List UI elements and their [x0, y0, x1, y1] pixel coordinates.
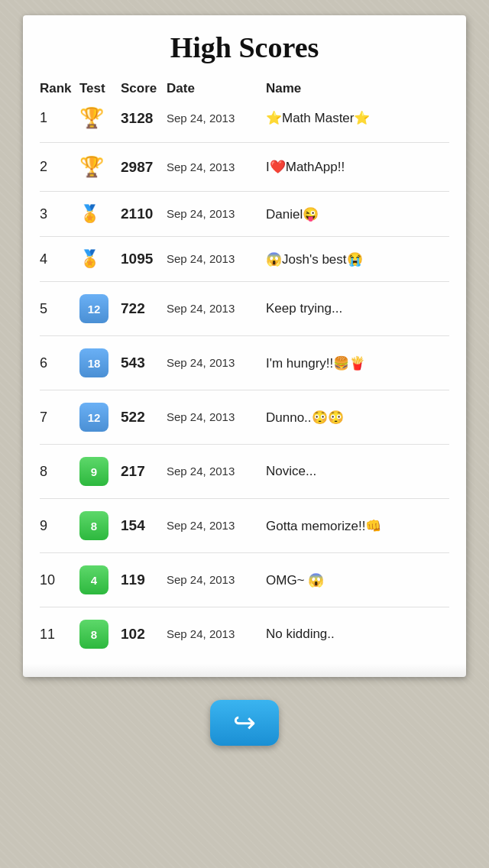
- back-btn-container: ↩: [0, 700, 489, 746]
- table-row: 104119Sep 24, 2013OMG~ 😱: [37, 560, 452, 600]
- col-header-name: Name: [263, 76, 452, 101]
- divider-row: [37, 135, 452, 150]
- rank-value: 6: [40, 355, 47, 371]
- test-cell: 12: [76, 289, 118, 329]
- table-row: 1🏆3128Sep 24, 2013⭐Math Master⭐: [37, 101, 452, 135]
- rank-cell: 4: [37, 244, 76, 274]
- score-cell: 102: [118, 614, 164, 654]
- col-header-score: Score: [118, 76, 164, 101]
- test-cell: 🏅: [76, 199, 118, 229]
- name-cell: I'm hungry!!🍔🍟: [263, 343, 452, 383]
- rank-cell: 7: [37, 397, 76, 437]
- score-value: 154: [121, 517, 145, 533]
- name-cell: I❤️MathApp!!: [263, 150, 452, 184]
- table-row: 4🏅1095Sep 24, 2013😱Josh's best😭: [37, 244, 452, 274]
- name-cell: Gotta memorize!!👊: [263, 506, 452, 546]
- name-cell: OMG~ 😱: [263, 560, 452, 600]
- rank-value: 9: [40, 518, 47, 533]
- divider-row: [37, 229, 452, 244]
- date-value: Sep 24, 2013: [167, 465, 235, 478]
- score-value: 3128: [121, 110, 153, 126]
- test-cell: 9: [76, 452, 118, 491]
- test-badge-green: 4: [79, 565, 108, 594]
- score-value: 217: [121, 463, 145, 479]
- date-value: Sep 24, 2013: [167, 519, 235, 532]
- date-value: Sep 24, 2013: [167, 252, 235, 265]
- date-cell: Sep 24, 2013: [164, 150, 263, 184]
- rank-cell: 5: [37, 289, 76, 329]
- rank-value: 11: [40, 627, 55, 642]
- divider-row: [37, 329, 452, 343]
- test-cell: 8: [76, 506, 118, 546]
- name-value: Keep trying...: [266, 301, 342, 316]
- name-cell: Novice...: [263, 452, 452, 491]
- page-title: High Scores: [37, 31, 452, 64]
- score-paper: High Scores Rank Test Score Date Name 1🏆…: [23, 15, 466, 677]
- date-value: Sep 24, 2013: [167, 356, 235, 369]
- score-value: 2987: [121, 159, 153, 175]
- back-button[interactable]: ↩: [210, 700, 279, 746]
- table-row: 512722Sep 24, 2013Keep trying...: [37, 289, 452, 329]
- score-value: 119: [121, 572, 145, 588]
- date-cell: Sep 24, 2013: [164, 397, 263, 437]
- table-row: 618543Sep 24, 2013I'm hungry!!🍔🍟: [37, 343, 452, 383]
- name-value: Gotta memorize!!👊: [266, 519, 381, 533]
- name-value: 😱Josh's best😭: [266, 252, 363, 267]
- name-cell: Keep trying...: [263, 289, 452, 329]
- score-cell: 2110: [118, 199, 164, 229]
- name-value: ⭐Math Master⭐: [266, 111, 370, 125]
- divider-row: [37, 437, 452, 452]
- date-value: Sep 24, 2013: [167, 160, 235, 173]
- rank-value: 2: [40, 159, 47, 174]
- score-value: 543: [121, 355, 145, 371]
- table-row: 3🏅2110Sep 24, 2013Daniel😜: [37, 199, 452, 229]
- name-value: Daniel😜: [266, 207, 319, 222]
- date-value: Sep 24, 2013: [167, 207, 235, 220]
- test-badge-green: 8: [79, 620, 108, 649]
- score-cell: 543: [118, 343, 164, 383]
- date-value: Sep 24, 2013: [167, 112, 235, 125]
- rank-value: 3: [40, 206, 47, 222]
- rank-cell: 2: [37, 150, 76, 184]
- score-value: 2110: [121, 206, 153, 222]
- name-value: Novice...: [266, 464, 316, 478]
- test-badge-blue: 18: [79, 348, 108, 377]
- col-header-date: Date: [164, 76, 263, 101]
- score-value: 1095: [121, 251, 153, 267]
- score-value: 102: [121, 626, 145, 642]
- name-cell: ⭐Math Master⭐: [263, 101, 452, 135]
- table-row: 118102Sep 24, 2013No kidding..: [37, 614, 452, 654]
- date-cell: Sep 24, 2013: [164, 452, 263, 491]
- trophy-small-icon: 🏅: [79, 204, 100, 223]
- back-arrow-icon: ↩: [233, 709, 256, 737]
- rank-cell: 10: [37, 560, 76, 600]
- test-badge-blue: 12: [79, 294, 108, 323]
- name-cell: Daniel😜: [263, 199, 452, 229]
- divider-row: [37, 491, 452, 506]
- date-value: Sep 24, 2013: [167, 410, 235, 423]
- test-cell: 12: [76, 397, 118, 437]
- name-value: Dunno..😳😳: [266, 410, 344, 425]
- rank-value: 4: [40, 251, 47, 267]
- date-cell: Sep 24, 2013: [164, 244, 263, 274]
- rank-cell: 11: [37, 614, 76, 654]
- table-row: 2🏆2987Sep 24, 2013I❤️MathApp!!: [37, 150, 452, 184]
- name-value: OMG~ 😱: [266, 573, 324, 588]
- table-row: 98154Sep 24, 2013Gotta memorize!!👊: [37, 506, 452, 546]
- divider-row: [37, 184, 452, 199]
- table-row: 89217Sep 24, 2013Novice...: [37, 452, 452, 491]
- test-badge-green: 9: [79, 457, 108, 486]
- test-cell: 🏆: [76, 150, 118, 184]
- col-header-test: Test: [76, 76, 118, 101]
- rank-cell: 3: [37, 199, 76, 229]
- score-cell: 1095: [118, 244, 164, 274]
- divider-row: [37, 383, 452, 397]
- divider-row: [37, 546, 452, 560]
- date-cell: Sep 24, 2013: [164, 560, 263, 600]
- score-cell: 154: [118, 506, 164, 546]
- score-value: 522: [121, 409, 145, 425]
- name-value: No kidding..: [266, 627, 335, 641]
- trophy-icon: 🏆: [79, 155, 104, 178]
- name-value: I❤️MathApp!!: [266, 160, 345, 174]
- rank-value: 10: [40, 572, 55, 588]
